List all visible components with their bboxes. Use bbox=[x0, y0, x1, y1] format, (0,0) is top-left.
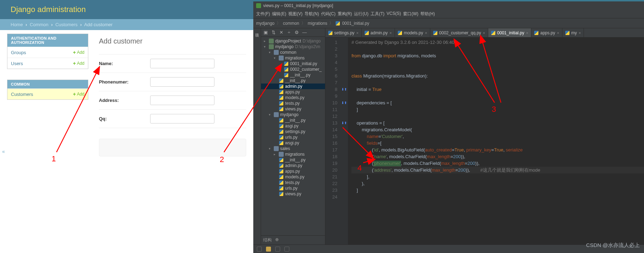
toolbar-icon[interactable]: ÷ bbox=[286, 30, 291, 35]
menu-item[interactable]: 视图(V) bbox=[288, 11, 302, 17]
menu-item[interactable]: 重构(R) bbox=[338, 11, 352, 17]
breadcrumb-segment[interactable]: mydjango bbox=[256, 21, 274, 26]
project-tree[interactable]: ▸djangoProject D:\django▾mydjango D:\dja… bbox=[261, 37, 325, 235]
breadcrumb-segment[interactable]: 0001_initial.py bbox=[342, 21, 369, 26]
tree-arrow-icon[interactable]: ▾ bbox=[274, 56, 277, 60]
tree-node[interactable]: models.py bbox=[261, 174, 325, 180]
add-tab-icon[interactable]: ⊕ bbox=[275, 237, 279, 243]
tree-node[interactable]: ▾mydjango D:\django2\m bbox=[261, 44, 325, 50]
menu-item[interactable]: VCS(S) bbox=[386, 11, 401, 17]
tree-node[interactable]: ▸djangoProject D:\django bbox=[261, 38, 325, 44]
tree-node[interactable]: apps.py bbox=[261, 89, 325, 95]
module-header[interactable]: AUTHENTICATION AND AUTHORIZATION bbox=[7, 34, 88, 47]
add-link[interactable]: + Add bbox=[73, 50, 84, 55]
tree-node[interactable]: views.py bbox=[261, 106, 325, 112]
status-icon[interactable] bbox=[266, 247, 271, 252]
menu-item[interactable]: 帮助(H) bbox=[420, 11, 435, 17]
close-icon[interactable]: × bbox=[390, 31, 392, 35]
add-link[interactable]: + Add bbox=[73, 91, 84, 97]
tree-node[interactable]: settings.py bbox=[261, 129, 325, 134]
menu-item[interactable]: 编辑(E) bbox=[272, 11, 286, 17]
text-input[interactable] bbox=[150, 114, 214, 123]
tree-node[interactable]: 0001_initial.py bbox=[261, 61, 325, 67]
code-area[interactable]: # Generated by Django 3.2.6 on 2021-12-3… bbox=[348, 38, 644, 245]
toolbar-icon[interactable]: ⇅ bbox=[271, 30, 276, 35]
editor-tab[interactable]: models.py× bbox=[395, 28, 430, 37]
model-link[interactable]: Customers bbox=[11, 92, 33, 97]
ide-breadcrumb: mydjango〉common〉migrations〉0001_initial.… bbox=[253, 18, 644, 28]
text-input[interactable] bbox=[150, 96, 214, 105]
menu-item[interactable]: 文件(F) bbox=[256, 11, 270, 17]
tree-node[interactable]: views.py bbox=[261, 191, 325, 197]
tree-node[interactable]: apps.py bbox=[261, 168, 325, 174]
close-icon[interactable]: × bbox=[557, 31, 559, 35]
tree-node[interactable]: __init__.py bbox=[261, 78, 325, 84]
tree-node[interactable]: ▾common bbox=[261, 50, 325, 55]
toolbar-icon[interactable]: — bbox=[302, 30, 307, 35]
tree-node[interactable]: admin.py bbox=[261, 84, 325, 89]
tree-arrow-icon[interactable]: ▾ bbox=[269, 113, 272, 116]
editor-tab[interactable]: my× bbox=[562, 28, 584, 37]
add-link[interactable]: + Add bbox=[73, 61, 84, 66]
toolbar-icon[interactable]: ⚙ bbox=[294, 30, 299, 35]
python-file-icon bbox=[433, 31, 437, 35]
tree-arrow-icon[interactable]: ▾ bbox=[264, 45, 267, 48]
tree-node[interactable]: admin.py bbox=[261, 163, 325, 168]
structure-tab[interactable]: 结构 bbox=[263, 237, 272, 243]
tree-node[interactable]: 0002_customer_ bbox=[261, 67, 325, 72]
tree-label: 0002_customer_ bbox=[290, 67, 321, 72]
tree-node[interactable]: __init__.py bbox=[261, 72, 325, 78]
tree-arrow-icon[interactable]: ▸ bbox=[274, 153, 277, 156]
tree-node[interactable]: ▾mydjango bbox=[261, 112, 325, 117]
breadcrumb-app[interactable]: Common bbox=[30, 22, 48, 27]
module-header[interactable]: COMMON bbox=[7, 80, 88, 88]
tree-node[interactable]: tests.py bbox=[261, 180, 325, 185]
tree-node[interactable]: wsgi.py bbox=[261, 140, 325, 146]
menu-item[interactable]: 运行(U) bbox=[354, 11, 368, 17]
breadcrumb-model[interactable]: Customers bbox=[55, 22, 78, 27]
tree-node[interactable]: models.py bbox=[261, 95, 325, 100]
tree-node[interactable]: urls.py bbox=[261, 185, 325, 191]
close-icon[interactable]: × bbox=[425, 31, 427, 35]
tree-node[interactable]: tests.py bbox=[261, 100, 325, 106]
editor-tab[interactable]: 0002_customer_qq.py× bbox=[430, 28, 488, 37]
tree-arrow-icon[interactable]: ▾ bbox=[269, 51, 272, 54]
close-icon[interactable]: × bbox=[579, 31, 581, 35]
tree-arrow-icon[interactable]: ▸ bbox=[264, 39, 267, 43]
menu-item[interactable]: 代码(C) bbox=[321, 11, 336, 17]
code-editor[interactable]: 123456789101112131415161718192021222324 … bbox=[325, 38, 644, 245]
model-link[interactable]: Users bbox=[11, 61, 23, 66]
tree-node[interactable]: __init__.py bbox=[261, 117, 325, 123]
tree-arrow-icon[interactable]: ▾ bbox=[269, 147, 272, 150]
text-input[interactable] bbox=[150, 77, 214, 87]
text-input[interactable] bbox=[150, 59, 214, 68]
toolbar-icon[interactable]: ▣ bbox=[263, 30, 268, 35]
tree-node[interactable]: __init__.py bbox=[261, 157, 325, 163]
breadcrumb-segment[interactable]: migrations bbox=[308, 21, 327, 26]
editor-tab[interactable]: settings.py× bbox=[325, 28, 362, 37]
collapse-sidebar-icon[interactable]: « bbox=[2, 149, 5, 154]
tree-node[interactable]: ▸migrations bbox=[261, 151, 325, 157]
tree-label: migrations bbox=[285, 152, 305, 157]
toolbar-icon[interactable]: ✕ bbox=[279, 30, 284, 35]
editor-tab[interactable]: 0001_initial.py× bbox=[488, 28, 531, 37]
status-icon[interactable] bbox=[257, 247, 262, 252]
menu-item[interactable]: 窗口(W) bbox=[403, 11, 418, 17]
editor-tab[interactable]: apps.py× bbox=[531, 28, 562, 37]
tree-node[interactable]: ▾sales bbox=[261, 146, 325, 151]
tree-node[interactable]: asgi.py bbox=[261, 123, 325, 129]
close-icon[interactable]: × bbox=[356, 31, 358, 35]
tree-node[interactable]: ▾migrations bbox=[261, 55, 325, 61]
close-icon[interactable]: × bbox=[526, 31, 528, 35]
model-link[interactable]: Groups bbox=[11, 50, 26, 55]
editor-tab[interactable]: admin.py× bbox=[362, 28, 395, 37]
tree-node[interactable]: urls.py bbox=[261, 134, 325, 140]
menu-item[interactable]: 导航(N) bbox=[305, 11, 319, 17]
menu-item[interactable]: 工具(T) bbox=[371, 11, 384, 17]
breadcrumb-segment[interactable]: common bbox=[283, 21, 299, 26]
close-icon[interactable]: × bbox=[483, 31, 485, 35]
breadcrumb-home[interactable]: Home bbox=[11, 22, 23, 27]
status-icon[interactable] bbox=[284, 247, 289, 252]
status-icon[interactable] bbox=[275, 247, 280, 252]
project-panel: ▣⇅✕÷⚙— ▸djangoProject D:\django▾mydjango… bbox=[261, 28, 325, 245]
